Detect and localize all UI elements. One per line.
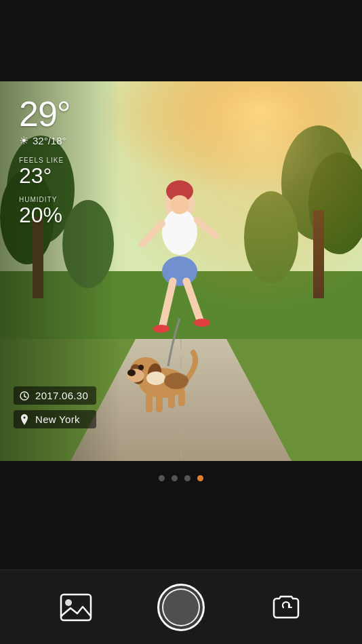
date-value: 2017.06.30: [35, 390, 88, 401]
dot-3[interactable]: [184, 475, 190, 481]
location-pin-icon: [19, 414, 30, 425]
temp-range-row: ☀ 32°/18°: [19, 134, 71, 147]
dot-4[interactable]: [197, 475, 203, 481]
svg-point-18: [162, 209, 197, 255]
svg-point-21: [162, 256, 197, 286]
bottom-bar: [0, 569, 362, 644]
humidity-value: 20%: [19, 203, 71, 227]
flip-camera-icon: [270, 593, 302, 622]
location-tag: New York: [14, 410, 96, 428]
svg-point-26: [170, 195, 189, 214]
svg-point-44: [65, 599, 72, 606]
svg-line-42: [24, 396, 26, 397]
sun-icon: ☀: [19, 134, 28, 147]
shutter-inner: [162, 588, 200, 626]
svg-point-24: [153, 325, 169, 333]
clock-icon: [19, 390, 30, 401]
spacer: [0, 495, 362, 569]
svg-rect-37: [168, 393, 175, 408]
top-bar: [0, 0, 362, 81]
dot-1[interactable]: [159, 475, 165, 481]
weather-overlay: 29° ☀ 32°/18° FEELS LIKE 23° HUMIDITY 20…: [19, 96, 71, 227]
gallery-button[interactable]: [60, 593, 92, 622]
photo-tags: 2017.06.30 New York: [14, 386, 96, 428]
svg-rect-35: [146, 393, 153, 412]
temp-range: 32°/18°: [33, 135, 66, 146]
svg-point-34: [146, 371, 165, 385]
shutter-button[interactable]: [157, 584, 205, 631]
svg-point-33: [138, 365, 144, 370]
date-tag: 2017.06.30: [14, 386, 96, 405]
feels-like-temp: 23°: [19, 164, 71, 188]
photo-container: 29° ☀ 32°/18° FEELS LIKE 23° HUMIDITY 20…: [0, 81, 362, 461]
page-dots: [0, 461, 362, 495]
svg-point-32: [127, 369, 136, 376]
dot-2[interactable]: [172, 475, 178, 481]
gallery-icon: [60, 593, 92, 622]
location-value: New York: [35, 414, 80, 425]
svg-rect-43: [61, 595, 91, 620]
svg-point-25: [194, 319, 210, 327]
svg-rect-36: [156, 393, 163, 412]
feels-like-label: FEELS LIKE: [19, 157, 71, 164]
svg-point-39: [164, 373, 188, 389]
temperature-display: 29°: [19, 96, 71, 132]
humidity-label: HUMIDITY: [19, 196, 71, 203]
svg-rect-38: [178, 390, 185, 406]
flip-camera-button[interactable]: [270, 593, 302, 622]
